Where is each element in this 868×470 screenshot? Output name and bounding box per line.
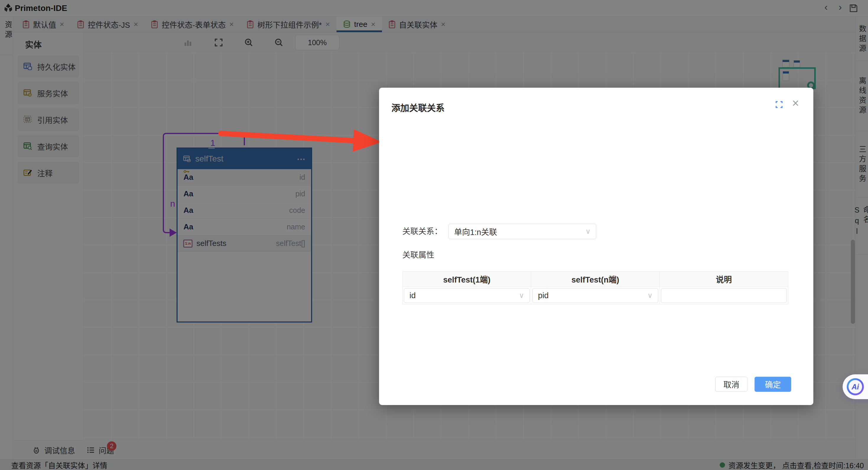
n-end-field-select[interactable]: pid ∨ (532, 288, 658, 303)
table-header-cell: selfTest(n端) (531, 272, 660, 287)
table-cell: pid ∨ (531, 287, 660, 304)
table-row: id ∨ pid ∨ (403, 287, 788, 304)
table-cell: id ∨ (403, 287, 531, 304)
relation-attributes-label: 关联属性 (402, 248, 434, 260)
one-end-field-select[interactable]: id ∨ (404, 288, 530, 303)
relation-type-label: 关联关系： (402, 224, 442, 239)
chevron-down-icon: ∨ (647, 291, 653, 300)
cancel-button[interactable]: 取消 (715, 377, 747, 392)
ai-ring: Ai (847, 378, 864, 395)
n-end-field-value: pid (538, 291, 549, 300)
ai-assistant-button[interactable]: Ai (843, 374, 868, 399)
one-end-field-value: id (409, 291, 416, 300)
chevron-down-icon: ∨ (519, 291, 524, 300)
description-input[interactable] (661, 288, 787, 303)
add-relation-dialog: 添加关联关系 × 关联关系： 单向1:n关联 ∨ 关联属性 selfTest(1… (379, 88, 813, 405)
table-header-cell: 说明 (660, 272, 788, 287)
ai-icon: Ai (848, 380, 862, 394)
dialog-fullscreen-icon[interactable] (775, 100, 783, 109)
dialog-close-icon[interactable]: × (792, 97, 799, 110)
relation-attributes-table: selfTest(1端) selfTest(n端) 说明 id ∨ pid ∨ (402, 271, 788, 304)
chevron-down-icon: ∨ (585, 227, 591, 236)
relation-type-value: 单向1:n关联 (454, 226, 497, 237)
table-cell (660, 287, 788, 304)
application-window: Primeton-IDE ‹ › 默认值 × 控件状态-JS × 控件状态-表单… (0, 0, 868, 470)
confirm-button[interactable]: 确定 (754, 377, 791, 392)
table-header-cell: selfTest(1端) (403, 272, 531, 287)
dialog-title: 添加关联关系 (392, 101, 445, 114)
table-header-row: selfTest(1端) selfTest(n端) 说明 (403, 272, 788, 287)
relation-type-select[interactable]: 单向1:n关联 ∨ (448, 224, 596, 239)
